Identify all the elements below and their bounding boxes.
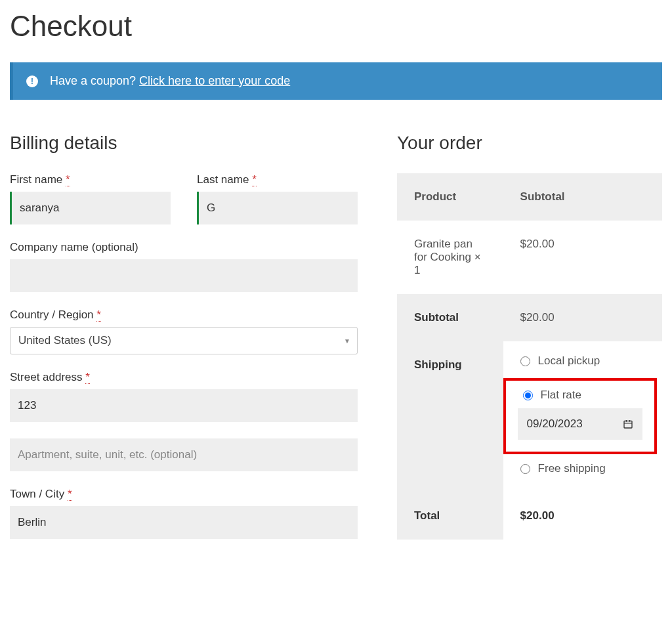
first-name-label: First name * [10, 173, 171, 186]
last-name-label-text: Last name [197, 173, 249, 186]
country-select[interactable]: United States (US) [10, 328, 357, 354]
order-header-row: Product Subtotal [397, 173, 662, 221]
city-label: Town / City * [10, 488, 358, 501]
subtotal-label: Subtotal [397, 294, 503, 341]
billing-column: Billing details First name * Last name *… [10, 133, 358, 540]
shipping-date-input[interactable]: 09/20/2023 [518, 408, 642, 440]
order-item-name: Granite pan for Cooking × 1 [397, 221, 503, 294]
info-icon: ! [26, 75, 38, 87]
street2-field [10, 438, 358, 471]
order-item-row: Granite pan for Cooking × 1 $20.00 [397, 221, 662, 294]
free-shipping-radio[interactable] [520, 464, 530, 474]
last-name-label: Last name * [197, 173, 358, 186]
street-input[interactable] [10, 389, 358, 422]
city-label-text: Town / City [10, 488, 64, 500]
required-mark: * [85, 371, 90, 384]
required-mark: * [68, 488, 72, 501]
local-pickup-radio[interactable] [520, 356, 530, 366]
city-field: Town / City * [10, 488, 358, 539]
last-name-input[interactable] [197, 192, 358, 224]
street-label: Street address * [10, 371, 358, 384]
coupon-prompt: Have a coupon? [50, 74, 139, 87]
shipping-option-flat-rate[interactable]: Flat rate [518, 389, 642, 402]
page-title: Checkout [10, 10, 662, 43]
shipping-date-value: 09/20/2023 [527, 417, 583, 431]
required-mark: * [252, 173, 257, 186]
order-subtotal-row: Subtotal $20.00 [397, 294, 662, 341]
free-shipping-label: Free shipping [538, 462, 606, 475]
product-header: Product [397, 173, 503, 221]
calendar-icon [623, 419, 633, 429]
country-select-wrapper[interactable]: United States (US) ▼ [10, 327, 358, 354]
required-mark: * [66, 173, 70, 186]
order-table: Product Subtotal Granite pan for Cooking… [397, 173, 662, 540]
shipping-options: Local pickup Flat rate 09/20/2023 [520, 354, 657, 475]
flat-rate-highlight-box: Flat rate 09/20/2023 [503, 378, 657, 454]
billing-heading: Billing details [10, 133, 358, 154]
shipping-label: Shipping [397, 341, 503, 492]
company-label: Company name (optional) [10, 241, 358, 254]
coupon-banner: ! Have a coupon? Click here to enter you… [10, 62, 662, 100]
order-heading: Your order [397, 133, 662, 154]
street2-input[interactable] [10, 438, 358, 471]
subtotal-value: $20.00 [503, 294, 662, 341]
company-field: Company name (optional) [10, 241, 358, 292]
subtotal-header: Subtotal [503, 173, 662, 221]
total-value: $20.00 [503, 492, 662, 540]
country-label-text: Country / Region [10, 308, 94, 321]
first-name-input[interactable] [10, 192, 171, 224]
coupon-link[interactable]: Click here to enter your code [139, 74, 290, 87]
order-total-row: Total $20.00 [397, 492, 662, 540]
flat-rate-label: Flat rate [541, 389, 581, 402]
local-pickup-label: Local pickup [538, 354, 600, 368]
shipping-option-free-shipping[interactable]: Free shipping [520, 462, 657, 475]
last-name-field: Last name * [197, 173, 358, 224]
coupon-text: Have a coupon? Click here to enter your … [50, 74, 290, 88]
order-item-price: $20.00 [503, 221, 662, 294]
total-label: Total [397, 492, 503, 540]
street-field: Street address * [10, 371, 358, 422]
company-input[interactable] [10, 259, 358, 292]
required-mark: * [96, 308, 101, 322]
city-input[interactable] [10, 506, 358, 539]
svg-rect-0 [624, 421, 632, 428]
first-name-field: First name * [10, 173, 171, 224]
shipping-option-local-pickup[interactable]: Local pickup [520, 354, 657, 368]
country-label: Country / Region * [10, 308, 358, 322]
order-column: Your order Product Subtotal Granite pan … [397, 133, 662, 540]
first-name-label-text: First name [10, 173, 62, 186]
street-label-text: Street address [10, 371, 83, 383]
order-shipping-row: Shipping Local pickup Flat rate [397, 341, 662, 492]
country-field: Country / Region * United States (US) ▼ [10, 308, 358, 354]
flat-rate-radio[interactable] [523, 391, 533, 400]
